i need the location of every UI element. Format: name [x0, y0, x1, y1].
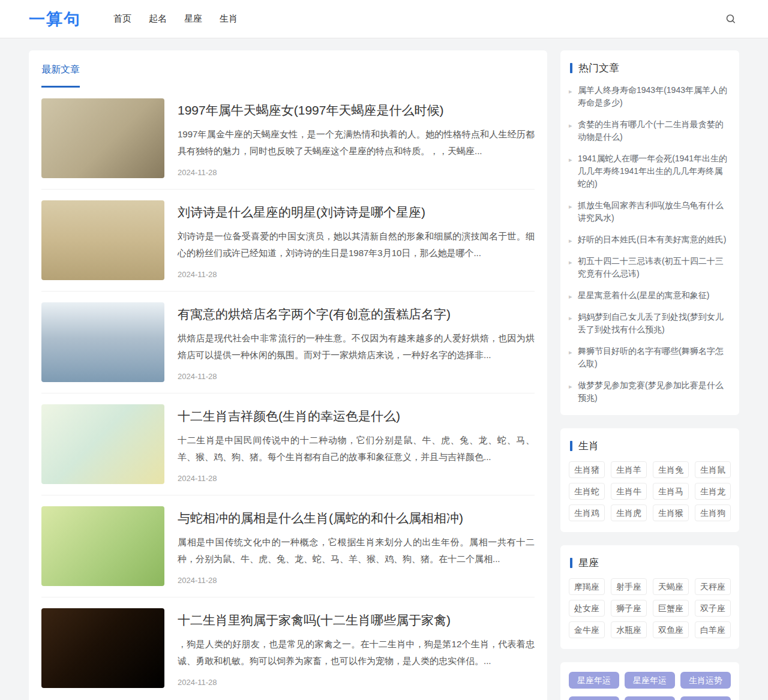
constellation-tag[interactable]: 射手座 [611, 578, 647, 595]
constellation-card: 星座 摩羯座 射手座 天蝎座 天秤座 处女座 狮子座 巨蟹座 [560, 545, 739, 649]
hot-article-link[interactable]: 舞狮节目好听的名字有哪些(舞狮名字怎么取) [569, 345, 731, 370]
nav-item[interactable]: 星座 [184, 13, 202, 25]
constellation-tag[interactable]: 狮子座 [611, 600, 647, 617]
article-thumbnail[interactable] [41, 608, 164, 688]
article-row: 1997年属牛天蝎座女(1997年天蝎座是什么时候) 1997年属金牛座的天蝎座… [41, 88, 535, 189]
article-row: 刘诗诗是什么星座的明星(刘诗诗是哪个星座) 刘诗诗是一位备受喜爱的中国女演员，她… [41, 189, 535, 291]
service-button[interactable]: 星座年运 [569, 672, 619, 689]
article-thumbnail[interactable] [41, 506, 164, 586]
article-summary: ，狗是人类的好朋友，也是常见的家禽之一。在十二生肖中，狗是第12个生肖，代表着忠… [178, 636, 535, 669]
article-row: 与蛇相冲的属相是什么生肖(属蛇的和什么属相相冲) 属相是中国传统文化中的一种概念… [41, 495, 535, 597]
constellation-tag[interactable]: 处女座 [569, 600, 605, 617]
hot-article-link[interactable]: 初五十四二十三忌讳表(初五十四二十三究竟有什么忌讳) [569, 255, 731, 280]
zodiac-tag[interactable]: 生肖猴 [653, 504, 689, 521]
service-button-grid: 星座年运 星座年运 生肖运势 生肖运势 婚姻走势 婚姻走势 个人占星 情感合盘 … [569, 672, 731, 700]
article-row: 十二生肖吉祥颜色(生肖的幸运色是什么) 十二生肖是中国民间传说中的十二种动物，它… [41, 393, 535, 495]
zodiac-tag-grid: 生肖猪 生肖羊 生肖兔 生肖鼠 生肖蛇 生肖牛 生肖马 生肖龙 生肖鸡 [569, 461, 731, 521]
site-logo[interactable]: 一算句 [29, 8, 81, 30]
hot-articles-card: 热门文章 属羊人终身寿命1943年(1943年属羊人的寿命是多少) 贪婪的生肖有… [560, 50, 739, 415]
zodiac-tag[interactable]: 生肖兔 [653, 461, 689, 478]
article-summary: 刘诗诗是一位备受喜爱的中国女演员，她以其清新自然的形象和细腻的演技闻名于世。细心… [178, 228, 535, 262]
hot-article-link[interactable]: 妈妈梦到自己女儿丢了到处找(梦到女儿丢了到处找有什么预兆) [569, 311, 731, 336]
article-title[interactable]: 有寓意的烘焙店名字两个字(有创意的蛋糕店名字) [178, 306, 535, 323]
constellation-tag[interactable]: 天秤座 [695, 578, 731, 595]
nav-item[interactable]: 生肖 [220, 13, 238, 25]
service-button[interactable]: 星座年运 [625, 672, 675, 689]
constellation-tag[interactable]: 双子座 [695, 600, 731, 617]
nav-item[interactable]: 起名 [149, 13, 167, 25]
article-list: 1997年属牛天蝎座女(1997年天蝎座是什么时候) 1997年属金牛座的天蝎座… [41, 88, 535, 699]
article-thumbnail[interactable] [41, 302, 164, 382]
article-body: 十二生肖里狗属于家禽吗(十二生肖哪些属于家禽) ，狗是人类的好朋友，也是常见的家… [178, 608, 535, 688]
zodiac-tag[interactable]: 生肖羊 [611, 461, 647, 478]
zodiac-tag[interactable]: 生肖牛 [611, 483, 647, 500]
hot-articles-title: 热门文章 [569, 61, 731, 75]
top-header: 一算句 首页 起名 星座 生肖 [0, 0, 768, 38]
zodiac-tag[interactable]: 生肖蛇 [569, 483, 605, 500]
article-date: 2024-11-28 [178, 270, 535, 280]
article-summary: 属相是中国传统文化中的一种概念，它根据生肖来划分人的出生年份。属相一共有十二种，… [178, 534, 535, 567]
zodiac-tag[interactable]: 生肖虎 [611, 504, 647, 521]
article-summary: 1997年属金牛座的天蝎座女性，是一个充满热情和执着的人。她的性格特点和人生经历… [178, 126, 535, 160]
constellation-tag[interactable]: 水瓶座 [611, 621, 647, 638]
zodiac-card: 生肖 生肖猪 生肖羊 生肖兔 生肖鼠 生肖蛇 生肖牛 生肖马 [560, 428, 739, 532]
hot-article-link[interactable]: 贪婪的生肖有哪几个(十二生肖最贪婪的动物是什么) [569, 118, 731, 143]
constellation-tag[interactable]: 金牛座 [569, 621, 605, 638]
constellation-tag[interactable]: 天蝎座 [653, 578, 689, 595]
content-wrapper: 最新文章 1997年属牛天蝎座女(1997年天蝎座是什么时候) 1997年属金牛… [0, 38, 768, 700]
article-body: 十二生肖吉祥颜色(生肖的幸运色是什么) 十二生肖是中国民间传说中的十二种动物，它… [178, 404, 535, 484]
title-accent-bar [570, 63, 572, 73]
constellation-tag[interactable]: 巨蟹座 [653, 600, 689, 617]
hot-articles-list: 属羊人终身寿命1943年(1943年属羊人的寿命是多少) 贪婪的生肖有哪几个(十… [569, 84, 731, 404]
zodiac-tag[interactable]: 生肖猪 [569, 461, 605, 478]
zodiac-tag[interactable]: 生肖龙 [695, 483, 731, 500]
article-thumbnail[interactable] [41, 98, 164, 178]
hot-article-link[interactable]: 抓放生龟回家养吉利吗(放生乌龟有什么讲究风水) [569, 199, 731, 224]
nav-item[interactable]: 首页 [113, 13, 131, 25]
article-summary: 烘焙店是现代社会中非常流行的一种生意。不仅因为有越来越多的人爱好烘焙，也因为烘焙… [178, 330, 535, 363]
service-button[interactable]: 生肖运势 [680, 672, 731, 689]
search-icon[interactable] [722, 11, 739, 28]
hot-article-link[interactable]: 1941属蛇人在哪一年会死(1941年出生的几几年寿终1941年出生的几几年寿终… [569, 152, 731, 190]
constellation-tag[interactable]: 白羊座 [695, 621, 731, 638]
article-title[interactable]: 十二生肖里狗属于家禽吗(十二生肖哪些属于家禽) [178, 612, 535, 629]
zodiac-tag[interactable]: 生肖狗 [695, 504, 731, 521]
hot-article-link[interactable]: 属羊人终身寿命1943年(1943年属羊人的寿命是多少) [569, 84, 731, 109]
zodiac-tag[interactable]: 生肖马 [653, 483, 689, 500]
zodiac-tag[interactable]: 生肖鼠 [695, 461, 731, 478]
article-body: 刘诗诗是什么星座的明星(刘诗诗是哪个星座) 刘诗诗是一位备受喜爱的中国女演员，她… [178, 200, 535, 280]
constellation-title-text: 星座 [578, 556, 599, 570]
constellation-tag[interactable]: 双鱼座 [653, 621, 689, 638]
title-accent-bar [570, 441, 572, 451]
hot-article-link[interactable]: 星星寓意着什么(星星的寓意和象征) [569, 289, 731, 302]
article-row: 十二生肖里狗属于家禽吗(十二生肖哪些属于家禽) ，狗是人类的好朋友，也是常见的家… [41, 597, 535, 699]
hot-articles-title-text: 热门文章 [578, 61, 619, 75]
constellation-title: 星座 [569, 556, 731, 570]
article-thumbnail[interactable] [41, 404, 164, 484]
service-button[interactable]: 婚姻走势 [625, 696, 675, 700]
article-summary: 十二生肖是中国民间传说中的十二种动物，它们分别是鼠、牛、虎、兔、龙、蛇、马、羊、… [178, 432, 535, 465]
hot-article-link[interactable]: 好听的日本姓氏(日本有美好寓意的姓氏) [569, 233, 731, 246]
article-title[interactable]: 刘诗诗是什么星座的明星(刘诗诗是哪个星座) [178, 204, 535, 221]
latest-articles-panel: 最新文章 1997年属牛天蝎座女(1997年天蝎座是什么时候) 1997年属金牛… [29, 50, 547, 700]
article-thumbnail[interactable] [41, 200, 164, 280]
hot-article-link[interactable]: 做梦梦见参加竞赛(梦见参加比赛是什么预兆) [569, 379, 731, 404]
constellation-tag[interactable]: 摩羯座 [569, 578, 605, 595]
article-date: 2024-11-28 [178, 576, 535, 586]
services-card: 星座年运 星座年运 生肖运势 生肖运势 婚姻走势 婚姻走势 个人占星 情感合盘 … [560, 662, 739, 700]
article-title[interactable]: 十二生肖吉祥颜色(生肖的幸运色是什么) [178, 408, 535, 425]
article-body: 1997年属牛天蝎座女(1997年天蝎座是什么时候) 1997年属金牛座的天蝎座… [178, 98, 535, 178]
article-body: 与蛇相冲的属相是什么生肖(属蛇的和什么属相相冲) 属相是中国传统文化中的一种概念… [178, 506, 535, 586]
service-button[interactable]: 婚姻走势 [680, 696, 731, 700]
article-date: 2024-11-28 [178, 678, 535, 688]
constellation-tag-grid: 摩羯座 射手座 天蝎座 天秤座 处女座 狮子座 巨蟹座 双子座 金牛座 [569, 578, 731, 638]
zodiac-tag[interactable]: 生肖鸡 [569, 504, 605, 521]
article-date: 2024-11-28 [178, 474, 535, 484]
service-button[interactable]: 生肖运势 [569, 696, 619, 700]
article-title[interactable]: 1997年属牛天蝎座女(1997年天蝎座是什么时候) [178, 102, 535, 119]
section-title-latest: 最新文章 [41, 64, 535, 76]
main-nav: 首页 起名 星座 生肖 [113, 13, 255, 25]
article-date: 2024-11-28 [178, 372, 535, 382]
article-title[interactable]: 与蛇相冲的属相是什么生肖(属蛇的和什么属相相冲) [178, 510, 535, 527]
article-body: 有寓意的烘焙店名字两个字(有创意的蛋糕店名字) 烘焙店是现代社会中非常流行的一种… [178, 302, 535, 382]
